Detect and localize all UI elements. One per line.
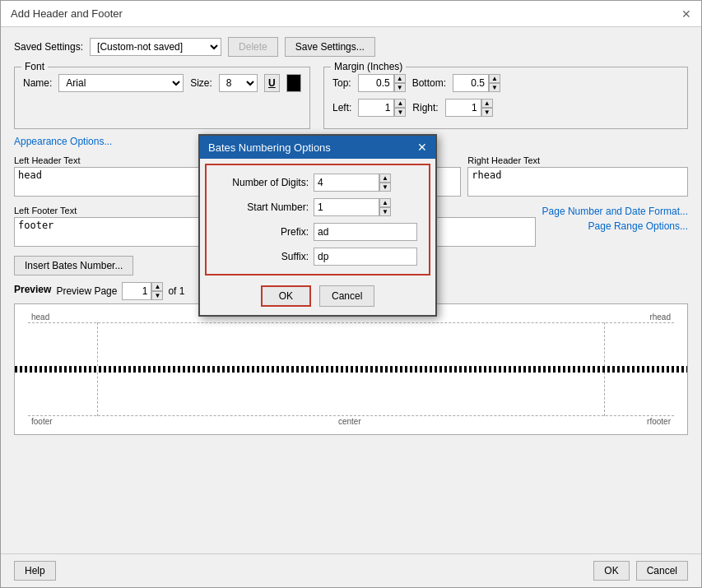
bates-close-icon[interactable]: ✕	[417, 141, 427, 154]
bates-digits-up[interactable]: ▲	[379, 174, 391, 183]
bates-digits-down[interactable]: ▼	[379, 183, 391, 192]
bates-digits-row: Number of Digits: ▲ ▼	[218, 174, 417, 192]
bates-digits-spinner: ▲ ▼	[379, 174, 391, 192]
bates-prefix-label: Prefix:	[218, 226, 309, 238]
bates-suffix-label: Suffix:	[218, 251, 309, 262]
bates-suffix-row: Suffix:	[218, 248, 417, 266]
bates-suffix-input[interactable]	[314, 248, 417, 266]
bates-ok-button[interactable]: OK	[261, 285, 311, 307]
ok-button[interactable]: OK	[593, 561, 629, 581]
bates-start-row: Start Number: ▲ ▼	[218, 198, 417, 216]
cancel-button[interactable]: Cancel	[636, 561, 688, 581]
bates-start-label: Start Number:	[218, 201, 309, 213]
bottom-bar: Help OK Cancel	[1, 553, 701, 587]
bates-prefix-input[interactable]	[314, 223, 417, 241]
bates-start-wrap: ▲ ▼	[314, 198, 417, 216]
bates-start-up[interactable]: ▲	[379, 198, 391, 207]
bates-body: Number of Digits: ▲ ▼ Start Number:	[205, 164, 430, 275]
bates-cancel-button[interactable]: Cancel	[319, 285, 374, 307]
bates-suffix-wrap	[314, 248, 417, 266]
bates-dialog: Bates Numbering Options ✕ Number of Digi…	[198, 134, 437, 317]
bates-digits-wrap: ▲ ▼	[314, 174, 417, 192]
bates-digits-label: Number of Digits:	[218, 177, 309, 188]
bottom-right-buttons: OK Cancel	[593, 561, 688, 581]
close-icon[interactable]: ✕	[681, 8, 691, 20]
main-dialog: Add Header and Footer ✕ Saved Settings: …	[0, 0, 702, 588]
title-bar: Add Header and Footer ✕	[1, 1, 701, 27]
bates-start-spinner: ▲ ▼	[379, 198, 391, 216]
bates-prefix-row: Prefix:	[218, 223, 417, 241]
dialog-title: Add Header and Footer	[11, 7, 123, 20]
bates-start-down[interactable]: ▼	[379, 207, 391, 216]
bates-start-input[interactable]	[314, 198, 379, 216]
bates-button-row: OK Cancel	[200, 280, 435, 315]
bates-digits-input[interactable]	[314, 174, 379, 192]
bates-title-bar: Bates Numbering Options ✕	[200, 136, 435, 159]
bates-dialog-title: Bates Numbering Options	[208, 141, 331, 154]
bates-overlay: Bates Numbering Options ✕ Number of Digi…	[1, 27, 701, 553]
bates-prefix-wrap	[314, 223, 417, 241]
main-content: Saved Settings: [Custom-not saved] Delet…	[1, 27, 701, 553]
help-button[interactable]: Help	[14, 561, 56, 581]
